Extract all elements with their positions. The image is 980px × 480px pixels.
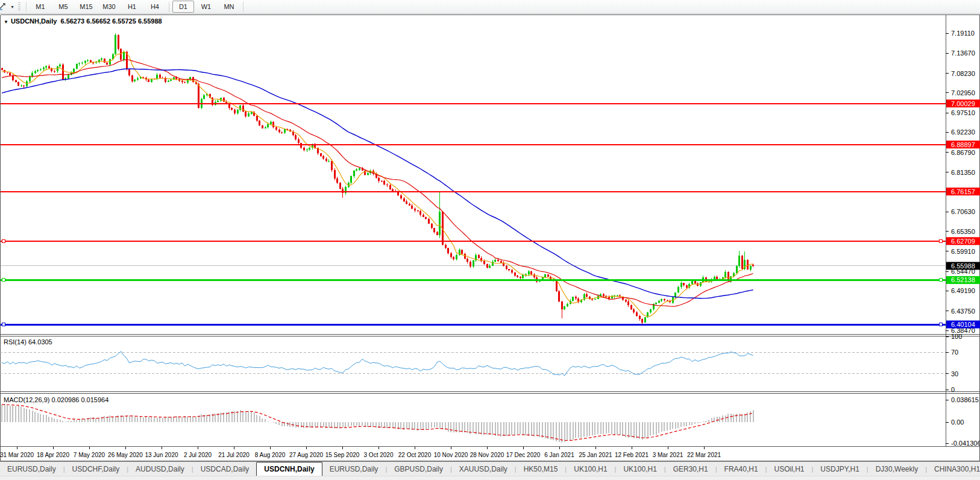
timeframe-button-m15[interactable]: M15 bbox=[75, 1, 97, 13]
svg-text:22 Oct 2020: 22 Oct 2020 bbox=[398, 452, 432, 458]
svg-text:10 Nov 2020: 10 Nov 2020 bbox=[434, 452, 468, 458]
horizontal-lines-layer bbox=[0, 104, 946, 326]
chart-tab-uk100-h1[interactable]: UK100,H1 bbox=[567, 462, 614, 476]
chart-tab-usdcnh-daily[interactable]: USDCNH,Daily bbox=[256, 462, 322, 476]
svg-text:6.65350: 6.65350 bbox=[951, 228, 975, 235]
svg-text:26 May 2020: 26 May 2020 bbox=[108, 452, 143, 458]
chart-tab-usdchf-daily[interactable]: USDCHF,Daily bbox=[65, 462, 127, 476]
svg-text:6.70630: 6.70630 bbox=[951, 208, 975, 215]
ma-fast-line bbox=[2, 52, 753, 317]
timeframe-toolbar: ▼ M1M5M15M30H1H4D1W1MN bbox=[0, 0, 980, 14]
macd-signal-line bbox=[2, 405, 753, 441]
svg-text:0: 0 bbox=[951, 386, 955, 393]
y-axis: 7.191107.136707.082307.029506.975106.922… bbox=[946, 30, 975, 334]
chart-tab-usoil-h1[interactable]: USOil,H1 bbox=[767, 462, 811, 476]
price-line-label: 6.52138 bbox=[951, 276, 975, 283]
timeframe-button-m1[interactable]: M1 bbox=[30, 1, 51, 13]
svg-text:6 Jan 2021: 6 Jan 2021 bbox=[544, 452, 574, 458]
mt4-chart-window: { "toolbar": { "timeframes": ["M1","M5",… bbox=[0, 0, 980, 480]
ohlc-values: 6.56273 6.56652 6.55725 6.55988 bbox=[60, 17, 162, 25]
chart-tab-uk100-h1[interactable]: UK100,H1 bbox=[616, 462, 664, 476]
svg-text:8 Aug 2020: 8 Aug 2020 bbox=[255, 452, 286, 458]
timeframe-button-w1[interactable]: W1 bbox=[195, 1, 217, 13]
svg-text:-0.041306: -0.041306 bbox=[951, 440, 980, 447]
rsi-value: 64.0305 bbox=[28, 338, 52, 346]
line-handle[interactable] bbox=[939, 239, 942, 242]
line-handle[interactable] bbox=[939, 279, 942, 282]
line-handle[interactable] bbox=[2, 239, 5, 242]
chart-tab-usdjpy-h1[interactable]: USDJPY,H1 bbox=[813, 462, 866, 476]
timeframe-button-h4[interactable]: H4 bbox=[144, 1, 166, 13]
timeframe-button-d1[interactable]: D1 bbox=[172, 1, 194, 13]
chart-tab-eurusd-daily[interactable]: EURUSD,Daily bbox=[0, 462, 63, 476]
rsi-indicator-label: RSI(14) 64.0305 bbox=[4, 338, 52, 346]
svg-text:6.59910: 6.59910 bbox=[951, 248, 975, 255]
chart-tab-china300-h1[interactable]: CHINA300,H1 bbox=[927, 462, 980, 476]
chart-tab-usdcad-daily[interactable]: USDCAD,Daily bbox=[193, 462, 257, 476]
macd-indicator-label: MACD(12,26,9) 0.020986 0.015964 bbox=[4, 396, 108, 403]
svg-text:18 Apr 2020: 18 Apr 2020 bbox=[37, 452, 69, 458]
price-line-label: 6.88897 bbox=[951, 141, 975, 148]
timeframe-button-m5[interactable]: M5 bbox=[52, 1, 74, 13]
svg-text:25 Jan 2021: 25 Jan 2021 bbox=[579, 452, 612, 458]
svg-text:6.43750: 6.43750 bbox=[951, 308, 975, 315]
timeframe-button-m30[interactable]: M30 bbox=[98, 1, 120, 13]
svg-text:7.02950: 7.02950 bbox=[951, 89, 975, 96]
svg-text:3 Mar 2021: 3 Mar 2021 bbox=[653, 452, 683, 458]
chart-title: ▼USDCNH,Daily 6.56273 6.56652 6.55725 6.… bbox=[4, 17, 162, 25]
chart-tab-fra40-h1[interactable]: FRA40,H1 bbox=[717, 462, 765, 476]
symbol-period-label: USDCNH,Daily bbox=[11, 17, 57, 25]
ma-mid-line bbox=[2, 60, 753, 306]
svg-text:6.49190: 6.49190 bbox=[951, 287, 975, 294]
crosshair-icon bbox=[0, 2, 8, 11]
macd-histogram bbox=[2, 404, 753, 443]
line-handle[interactable] bbox=[2, 323, 5, 326]
svg-text:17 Dec 2020: 17 Dec 2020 bbox=[506, 452, 541, 458]
svg-text:6.86790: 6.86790 bbox=[951, 149, 975, 156]
svg-text:12 Feb 2021: 12 Feb 2021 bbox=[615, 452, 649, 458]
svg-text:21 Jul 2020: 21 Jul 2020 bbox=[218, 452, 250, 458]
toolbar-separator bbox=[169, 2, 169, 12]
chart-tab-gbpusd-daily[interactable]: GBPUSD,Daily bbox=[387, 462, 450, 476]
toolbar-dropdown-caret[interactable]: ▼ bbox=[10, 5, 14, 9]
svg-text:13 Jun 2020: 13 Jun 2020 bbox=[145, 452, 178, 458]
drawing-tool-icon[interactable] bbox=[0, 2, 10, 11]
line-handle[interactable] bbox=[939, 323, 942, 326]
candles-layer bbox=[1, 33, 755, 325]
svg-text:6.92230: 6.92230 bbox=[951, 128, 975, 136]
chart-tab-bar: EURUSD,Daily|USDCHF,Daily|AUDUSD,Daily|U… bbox=[0, 461, 980, 476]
x-axis: 31 Mar 202018 Apr 20207 May 202026 May 2… bbox=[0, 447, 721, 458]
price-line-label: 7.00029 bbox=[951, 100, 975, 107]
svg-text:7.08230: 7.08230 bbox=[951, 70, 975, 77]
toolbar-grip[interactable] bbox=[18, 2, 20, 11]
price-line-label: 6.76157 bbox=[951, 188, 975, 195]
chart-frame bbox=[0, 15, 980, 461]
svg-text:28 Nov 2020: 28 Nov 2020 bbox=[470, 452, 504, 458]
collapse-triangle-icon[interactable]: ▼ bbox=[4, 19, 8, 25]
svg-text:7.13670: 7.13670 bbox=[951, 49, 975, 57]
svg-text:6.81350: 6.81350 bbox=[951, 169, 975, 176]
rsi-line bbox=[2, 352, 753, 376]
price-line-label: 6.40104 bbox=[951, 321, 975, 328]
svg-text:7 May 2020: 7 May 2020 bbox=[74, 452, 105, 458]
macd-pane: 0.0386150.00-0.041306 bbox=[2, 396, 980, 447]
chart-tab-audusd-daily[interactable]: AUDUSD,Daily bbox=[128, 462, 192, 476]
svg-text:27 Aug 2020: 27 Aug 2020 bbox=[289, 452, 324, 458]
svg-text:31 Mar 2020: 31 Mar 2020 bbox=[0, 452, 34, 458]
chart-tab-eurusd-daily[interactable]: EURUSD,Daily bbox=[322, 462, 386, 476]
chart-tab-xauusd-daily[interactable]: XAUUSD,Daily bbox=[452, 462, 515, 476]
svg-text:0.038615: 0.038615 bbox=[951, 396, 979, 403]
timeframe-button-mn[interactable]: MN bbox=[218, 1, 240, 13]
svg-text:6.97510: 6.97510 bbox=[951, 109, 975, 116]
svg-text:15 Sep 2020: 15 Sep 2020 bbox=[325, 452, 360, 458]
chart-tab-hk50-m15[interactable]: HK50,M15 bbox=[517, 462, 565, 476]
chart-tab-ger30-h1[interactable]: GER30,H1 bbox=[666, 462, 715, 476]
bottom-strip bbox=[0, 476, 980, 480]
svg-text:0.00: 0.00 bbox=[951, 418, 964, 426]
chart-tab-dj30-weekly[interactable]: DJ30,Weekly bbox=[868, 462, 925, 476]
price-line-label: 6.62709 bbox=[951, 238, 975, 245]
svg-text:22 Mar 2021: 22 Mar 2021 bbox=[687, 452, 721, 458]
line-handle[interactable] bbox=[2, 279, 5, 282]
timeframe-buttons: M1M5M15M30H1H4D1W1MN bbox=[29, 1, 246, 13]
timeframe-button-h1[interactable]: H1 bbox=[121, 1, 143, 13]
